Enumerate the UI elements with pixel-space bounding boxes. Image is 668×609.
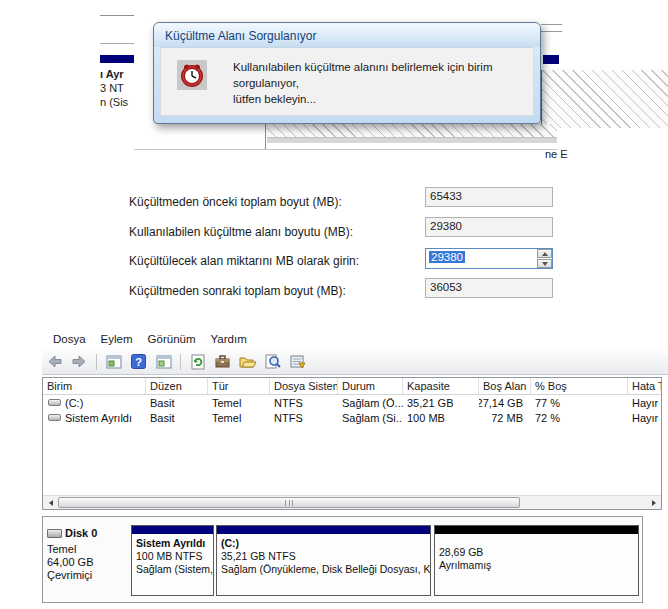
- partition-size: 28,69 GB: [439, 546, 634, 559]
- column-header-volume[interactable]: Birim: [43, 378, 146, 394]
- refresh-icon[interactable]: [187, 352, 208, 372]
- column-header-type[interactable]: Tür: [208, 378, 270, 394]
- partition-name: Sistem Ayrıldı: [136, 537, 209, 550]
- partition-unallocated[interactable]: 28,69 GB Ayrılmamış: [434, 525, 639, 596]
- volume-icon: [48, 399, 61, 406]
- text-fragment: 3 NT: [100, 82, 124, 94]
- divider: [134, 149, 557, 150]
- dialog-message-line2: lütfen bekleyin...: [233, 91, 533, 107]
- total-size-after-field[interactable]: 36053: [425, 278, 553, 298]
- column-header-filesystem[interactable]: Dosya Sistemi: [270, 378, 338, 394]
- disk-graphical-panel: Disk 0 Temel 64,00 GB Çevrimiçi Sistem A…: [42, 516, 643, 603]
- svg-text:?: ?: [135, 356, 142, 368]
- table-row[interactable]: (C:) Basit Temel NTFS Sağlam (Ö... 35,21…: [43, 395, 661, 410]
- background-cell-fragment: [134, 124, 266, 149]
- partition-size: 35,21 GB NTFS: [221, 550, 426, 563]
- clock-icon: [177, 60, 207, 90]
- spinner-up-button[interactable]: [537, 249, 552, 258]
- unallocated-hatch-area: ne E: [541, 70, 668, 128]
- menu-bar: Dosya Eylem Görünüm Yardım: [42, 329, 668, 348]
- partition-system-reserved[interactable]: Sistem Ayrıldı 100 MB NTFS Sağlam (Siste…: [131, 525, 214, 596]
- scrollbar-left-arrow[interactable]: [44, 497, 57, 509]
- menu-view[interactable]: Görünüm: [148, 333, 196, 345]
- column-header-freespace[interactable]: Boş Alan: [479, 378, 531, 394]
- search-icon[interactable]: [262, 352, 283, 372]
- disk-label: Disk 0: [65, 527, 97, 539]
- menu-file[interactable]: Dosya: [53, 333, 86, 345]
- divider: [541, 24, 562, 25]
- column-header-percentfree[interactable]: % Boş: [531, 378, 628, 394]
- text-fragment: n (Sis: [100, 96, 128, 108]
- partition-color-bar: [132, 526, 213, 534]
- querying-shrink-space-dialog: Küçültme Alanı Sorgulanıyor Kullanılabil…: [153, 22, 541, 124]
- partition-size: 100 MB NTFS: [136, 550, 209, 563]
- partition-color-bar: [435, 526, 638, 534]
- horizontal-scrollbar[interactable]: [43, 495, 661, 509]
- export-list-icon[interactable]: [287, 352, 308, 372]
- spinner-down-button[interactable]: [537, 259, 552, 268]
- scrollbar-grip: [285, 500, 293, 506]
- shrink-amount-value[interactable]: 29380: [429, 251, 465, 263]
- shrink-amount-label: Küçültülecek alan miktarını MB olarak gi…: [129, 254, 359, 268]
- available-shrink-space-field[interactable]: 29380: [425, 217, 553, 237]
- partition-status: Sağlam (Sistem, Et: [136, 563, 209, 576]
- help-icon[interactable]: ?: [128, 352, 149, 372]
- properties-icon[interactable]: [212, 352, 233, 372]
- console-window-icon[interactable]: [153, 352, 174, 372]
- scrollbar-right-arrow[interactable]: [647, 497, 660, 509]
- total-size-before-label: Küçültmeden önceki toplam boyut (MB):: [129, 195, 342, 209]
- partition-status: Sağlam (Önyükleme, Disk Belleği Dosyası,…: [221, 563, 426, 576]
- partition-bar-fragment: [100, 55, 134, 63]
- dialog-message: Kullanılabilen küçültme alanını belirlem…: [233, 59, 533, 107]
- column-header-faulttolerance[interactable]: Hata T: [628, 378, 661, 394]
- unallocated-hatch-strip: [267, 124, 557, 137]
- disk-info-cell[interactable]: Disk 0 Temel 64,00 GB Çevrimiçi: [43, 517, 131, 602]
- partition-status: Ayrılmamış: [439, 559, 634, 572]
- disk-icon: [47, 529, 62, 538]
- menu-help[interactable]: Yardım: [211, 333, 247, 345]
- total-size-after-label: Küçültmeden sonraki toplam boyut (MB):: [129, 284, 346, 298]
- volume-list: Birim Düzen Tür Dosya Sistemi Durum Kapa…: [42, 377, 662, 510]
- background-window-fragment-right: ne E: [541, 24, 668, 134]
- volume-list-header: Birim Düzen Tür Dosya Sistemi Durum Kapa…: [43, 378, 661, 395]
- toolbar-separator: [96, 354, 97, 370]
- disk-size: 64,00 GB: [47, 556, 93, 568]
- volume-icon: [48, 414, 61, 421]
- column-header-capacity[interactable]: Kapasite: [403, 378, 479, 394]
- text-fragment: ı Ayr: [100, 68, 124, 80]
- available-shrink-space-label: Kullanılabilen küçültme alanı boyutu (MB…: [129, 225, 353, 239]
- disk-type: Temel: [47, 543, 76, 555]
- open-folder-icon[interactable]: [237, 352, 258, 372]
- back-arrow-icon[interactable]: [44, 352, 65, 372]
- partition-color-bar: [217, 526, 430, 534]
- partition-bar-fragment: [543, 55, 559, 64]
- dialog-message-line1: Kullanılabilen küçültme alanını belirlem…: [233, 59, 533, 91]
- screenshot-root: ı Ayr 3 NT n (Sis ne E Küçültme Alanı So…: [0, 0, 668, 609]
- column-header-layout[interactable]: Düzen: [146, 378, 208, 394]
- column-header-status[interactable]: Durum: [338, 378, 403, 394]
- table-row[interactable]: Sistem Ayrıldı Basit Temel NTFS Sağlam (…: [43, 410, 661, 425]
- disk-status: Çevrimiçi: [47, 569, 92, 581]
- menu-action[interactable]: Eylem: [101, 333, 133, 345]
- divider: [100, 15, 134, 16]
- dialog-titlebar[interactable]: Küçültme Alanı Sorgulanıyor: [154, 23, 540, 47]
- console-tree-icon[interactable]: [103, 352, 124, 372]
- forward-arrow-icon[interactable]: [69, 352, 90, 372]
- total-size-before-field[interactable]: 65433: [425, 187, 553, 207]
- partition-c-drive[interactable]: (C:) 35,21 GB NTFS Sağlam (Önyükleme, Di…: [216, 525, 431, 596]
- toolbar-separator: [180, 354, 181, 370]
- scrollbar-thumb[interactable]: [58, 497, 520, 508]
- spinner-buttons: [537, 249, 552, 268]
- divider: [541, 31, 562, 32]
- shrink-amount-spinner[interactable]: 29380: [425, 248, 553, 269]
- dialog-body: Kullanılabilen küçültme alanını belirlem…: [160, 47, 534, 116]
- dialog-title: Küçültme Alanı Sorgulanıyor: [165, 29, 316, 43]
- scrollbar-fragment: [267, 137, 557, 143]
- divider: [100, 43, 134, 44]
- toolbar: ?: [42, 349, 668, 375]
- partition-name: (C:): [221, 537, 426, 550]
- background-window-fragment-left: ı Ayr 3 NT n (Sis: [100, 15, 134, 153]
